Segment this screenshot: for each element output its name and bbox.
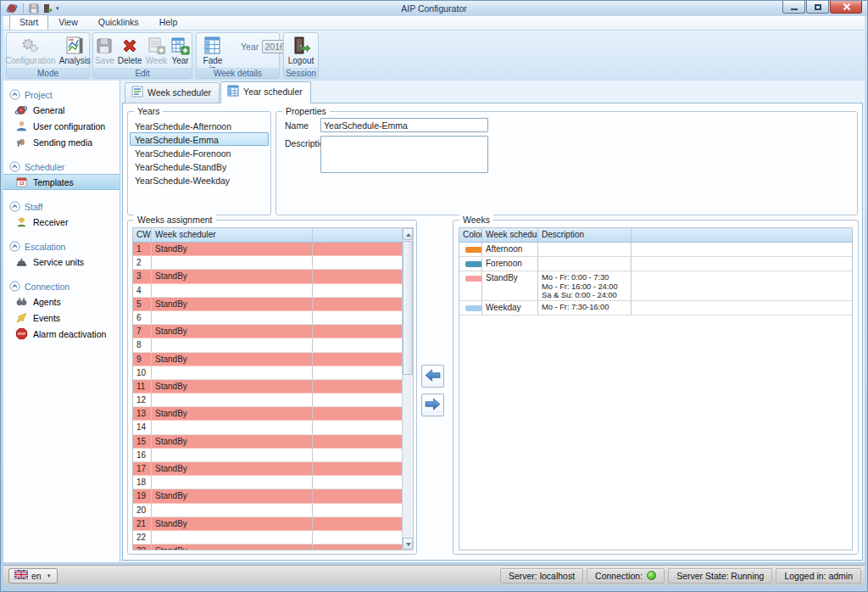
year-list-item[interactable]: YearSchedule-Forenoon xyxy=(130,146,269,159)
assignment-row[interactable]: 6 xyxy=(133,311,407,325)
menu-tab-help[interactable]: Help xyxy=(149,14,188,30)
assignment-empty-cell xyxy=(313,338,407,351)
assignment-empty-cell xyxy=(313,476,407,489)
qat-more-icon[interactable]: ▾ xyxy=(56,5,59,12)
assignment-row[interactable]: 17StandBy xyxy=(133,462,407,476)
save-button[interactable]: Save xyxy=(93,35,116,66)
minimize-button[interactable] xyxy=(782,1,805,14)
assignment-cw-cell: 8 xyxy=(133,338,152,351)
sidebar-item-user-configuration[interactable]: User configuration xyxy=(3,118,120,134)
assignment-empty-cell xyxy=(313,435,407,448)
assignment-row[interactable]: 21StandBy xyxy=(133,517,407,531)
assignment-row[interactable]: 14 xyxy=(133,421,407,434)
assignment-row[interactable]: 3StandBy xyxy=(133,270,407,283)
logout-button[interactable]: Logout xyxy=(287,35,316,66)
color-swatch xyxy=(465,276,482,282)
delete-button[interactable]: Delete xyxy=(116,35,144,66)
menu-tab-start[interactable]: Start xyxy=(9,14,48,30)
year-list-item[interactable]: YearSchedule-Emma xyxy=(130,132,269,146)
description-textarea[interactable] xyxy=(320,136,488,173)
assignment-empty-cell xyxy=(313,449,407,461)
assignment-row[interactable]: 13StandBy xyxy=(133,407,407,421)
save-icon xyxy=(95,36,114,56)
year-spinner-label: Year xyxy=(241,42,259,52)
assignment-row[interactable]: 2 xyxy=(133,256,407,270)
analysis-button[interactable]: Analysis xyxy=(58,35,92,66)
assignment-row[interactable]: 5StandBy xyxy=(133,298,407,311)
sidebar-section-connection[interactable]: Connection xyxy=(3,280,120,293)
assignment-row[interactable]: 12 xyxy=(133,394,407,407)
sidebar-section-project[interactable]: Project xyxy=(3,88,120,102)
tab-year-scheduler[interactable]: Year scheduler xyxy=(220,81,311,103)
assignment-scheduler-cell: StandBy xyxy=(152,380,313,393)
sidebar-item-service-units[interactable]: Service units xyxy=(3,254,120,270)
week-row[interactable]: Afternoon xyxy=(459,243,852,257)
week-row[interactable]: StandByMo - Fr: 0:00 - 7:30 Mo - Fr: 16:… xyxy=(459,271,852,301)
scrollbar-thumb[interactable] xyxy=(403,241,413,375)
sidebar-item-general[interactable]: General xyxy=(3,102,120,118)
maximize-button[interactable] xyxy=(806,1,829,14)
body: Project General User configuration Sendi… xyxy=(3,81,865,562)
item-label: Events xyxy=(33,313,60,323)
year-list-item[interactable]: YearSchedule-StandBy xyxy=(130,159,269,173)
assignment-row[interactable]: 9StandBy xyxy=(133,353,407,366)
week-description-cell: Mo - Fr: 7:30-16:00 xyxy=(538,301,632,315)
name-input[interactable] xyxy=(320,118,488,132)
app-icon[interactable] xyxy=(6,3,18,14)
qat-logout-icon[interactable] xyxy=(42,3,53,14)
assignment-row[interactable]: 1StandBy xyxy=(133,243,407,256)
ribbon-group-session: Logout Session xyxy=(283,32,319,79)
week-add-button[interactable]: Week xyxy=(144,35,169,66)
qat-save-icon[interactable] xyxy=(29,3,39,14)
menu-tab-quicklinks[interactable]: Quicklinks xyxy=(88,14,149,30)
years-list: YearSchedule-AfternoonYearSchedule-EmmaY… xyxy=(130,119,269,213)
color-swatch xyxy=(465,305,482,311)
scroll-up-icon[interactable] xyxy=(403,228,413,240)
assignment-empty-cell xyxy=(313,462,407,475)
assignment-scrollbar[interactable] xyxy=(402,227,414,550)
ribbon-group-label: Edit xyxy=(93,68,192,78)
sidebar-item-alarm-deactivation[interactable]: STOP Alarm deactivation xyxy=(3,326,120,342)
column-header-color: Color xyxy=(459,228,482,242)
assignment-row[interactable]: 22 xyxy=(133,531,407,545)
scroll-down-icon[interactable] xyxy=(403,538,413,550)
name-label: Name xyxy=(285,120,309,131)
week-row[interactable]: WeekdayMo - Fr: 7:30-16:00 xyxy=(459,301,852,316)
assignment-row[interactable]: 19StandBy xyxy=(133,489,407,503)
sidebar-item-agents[interactable]: Agents xyxy=(3,293,120,310)
assignment-row[interactable]: 8 xyxy=(133,338,407,352)
year-add-button[interactable]: Year xyxy=(169,35,192,66)
language-selector[interactable]: en ▼ xyxy=(8,568,58,584)
sidebar-item-receiver[interactable]: Receiver xyxy=(3,214,120,230)
menu-tab-view[interactable]: View xyxy=(48,14,88,30)
assignment-cw-cell: 9 xyxy=(133,353,152,366)
assignment-row[interactable]: 7StandBy xyxy=(133,325,407,338)
assignment-scheduler-cell xyxy=(152,366,313,379)
close-button[interactable] xyxy=(830,1,862,14)
week-row[interactable]: Forenoon xyxy=(459,257,852,271)
assignment-row[interactable]: 4 xyxy=(133,284,407,298)
assignment-row[interactable]: 20 xyxy=(133,504,407,517)
assignment-row[interactable]: 10 xyxy=(133,366,407,380)
sidebar-item-events[interactable]: Events xyxy=(3,310,120,326)
year-list-item[interactable]: YearSchedule-Afternoon xyxy=(130,119,269,132)
assignment-row[interactable]: 23StandBy xyxy=(133,545,407,550)
assignment-empty-cell xyxy=(313,489,407,502)
sidebar-item-sending-media[interactable]: Sending media xyxy=(3,134,120,150)
move-left-button[interactable] xyxy=(421,365,444,388)
tab-week-scheduler[interactable]: Week scheduler xyxy=(125,82,220,103)
sidebar-section-staff[interactable]: Staff xyxy=(3,200,120,214)
sidebar-item-templates[interactable]: 12 Templates xyxy=(3,174,120,190)
assignment-row[interactable]: 15StandBy xyxy=(133,435,407,449)
delete-x-icon xyxy=(120,36,139,56)
assignment-row[interactable]: 16 xyxy=(133,449,407,462)
move-right-button[interactable] xyxy=(421,394,444,416)
configuration-button[interactable]: Configuration xyxy=(3,35,57,66)
year-list-item[interactable]: YearSchedule-Weekday xyxy=(130,173,269,187)
assignment-row[interactable]: 11StandBy xyxy=(133,380,407,394)
sidebar-section-escalation[interactable]: Escalation xyxy=(3,240,120,254)
tab-label: Year scheduler xyxy=(243,87,303,97)
sidebar-section-scheduler[interactable]: Scheduler xyxy=(3,160,120,174)
connection-label: Connection: xyxy=(595,571,643,581)
assignment-row[interactable]: 18 xyxy=(133,476,407,489)
